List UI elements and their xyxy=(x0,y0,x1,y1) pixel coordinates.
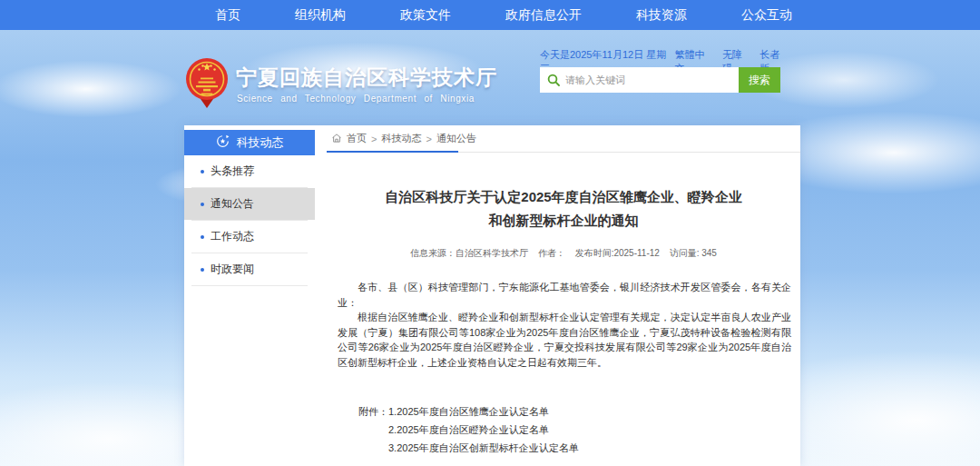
meta-publish-date: 发布时间:2025-11-12 xyxy=(575,248,660,258)
content-container: 科技动态 头条推荐 通知公告 工作动态 时政要闻 xyxy=(184,125,800,466)
breadcrumb-separator: > xyxy=(426,134,431,144)
page: 首页 组织机构 政策文件 政府信息公开 科技资源 公众互动 宁夏回族自治区科学技… xyxy=(0,0,980,466)
sidebar-item-label: 头条推荐 xyxy=(211,164,254,179)
search-input[interactable] xyxy=(540,67,739,93)
meta-author: 作者： xyxy=(538,248,565,258)
nav-item-gov-info-disclosure[interactable]: 政府信息公开 xyxy=(505,7,582,24)
sidebar-item-label: 时政要闻 xyxy=(211,262,254,277)
nav-item-home[interactable]: 首页 xyxy=(215,7,240,24)
nav-item-public-interaction[interactable]: 公众互动 xyxy=(741,7,792,24)
site-title: 宁夏回族自治区科学技术厅 xyxy=(236,64,497,92)
attachments-block: 附件： 1.2025年度自治区雏鹰企业认定名单 2.2025年度自治区瞪羚企业认… xyxy=(327,402,800,457)
sidebar-item-work-news[interactable]: 工作动态 xyxy=(184,221,315,253)
meta-source: 信息来源：自治区科学技术厅 xyxy=(410,248,528,258)
search-icon xyxy=(547,74,560,90)
breadcrumb-home[interactable]: 首页 xyxy=(347,132,367,145)
attachment-item-2[interactable]: 2.2025年度自治区瞪羚企业认定名单 xyxy=(388,421,579,439)
search-bar: 搜索 xyxy=(540,67,780,93)
circular-arrow-star-icon xyxy=(216,134,230,151)
site-subtitle: Science and Technology Department of Nin… xyxy=(237,94,475,104)
home-icon xyxy=(331,133,342,145)
meta-visits: 访问量: 345 xyxy=(670,248,717,258)
attachments-list: 1.2025年度自治区雏鹰企业认定名单 2.2025年度自治区瞪羚企业认定名单 … xyxy=(388,402,579,457)
breadcrumb-category[interactable]: 科技动态 xyxy=(381,132,421,145)
nav-item-organization[interactable]: 组织机构 xyxy=(295,7,346,24)
sidebar-item-label: 工作动态 xyxy=(211,229,254,244)
nav-item-sci-tech-resources[interactable]: 科技资源 xyxy=(636,7,687,24)
sidebar-header: 科技动态 xyxy=(184,130,315,155)
bullet-icon xyxy=(201,170,204,174)
sidebar-title: 科技动态 xyxy=(237,134,284,151)
breadcrumb-current: 通知公告 xyxy=(436,132,476,145)
sidebar-item-headlines[interactable]: 头条推荐 xyxy=(184,155,315,187)
sidebar-item-notices[interactable]: 通知公告 xyxy=(184,188,315,220)
attachment-item-3[interactable]: 3.2025年度自治区创新型标杆企业认定名单 xyxy=(388,439,579,457)
attachment-item-1[interactable]: 1.2025年度自治区雏鹰企业认定名单 xyxy=(388,402,579,421)
bullet-icon xyxy=(201,268,204,272)
divider xyxy=(191,285,308,286)
search-box xyxy=(540,67,739,93)
attachments-label: 附件： xyxy=(358,402,388,457)
top-nav: 首页 组织机构 政策文件 政府信息公开 科技资源 公众互动 xyxy=(0,0,980,30)
search-button[interactable]: 搜索 xyxy=(739,67,780,93)
article-paragraph: 各市、县（区）科技管理部门，宁东能源化工基地管委会，银川经济技术开发区管委会，各… xyxy=(338,280,791,310)
breadcrumb-separator: > xyxy=(371,134,377,144)
article-title: 自治区科技厅关于认定2025年度自治区雏鹰企业、瞪羚企业 和创新型标杆企业的通知 xyxy=(327,185,800,233)
bullet-icon xyxy=(201,203,204,206)
bullet-icon xyxy=(201,235,204,239)
sidebar-item-current-politics[interactable]: 时政要闻 xyxy=(184,253,315,285)
article-body: 各市、县（区）科技管理部门，宁东能源化工基地管委会，银川经济技术开发区管委会，各… xyxy=(327,280,800,370)
article-meta: 信息来源：自治区科学技术厅 作者： 发布时间:2025-11-12 访问量: 3… xyxy=(327,247,800,260)
article-title-line1: 自治区科技厅关于认定2025年度自治区雏鹰企业、瞪羚企业 xyxy=(354,185,773,209)
article-title-line2: 和创新型标杆企业的通知 xyxy=(354,209,773,233)
main-content: 首页 > 科技动态 > 通知公告 自治区科技厅关于认定2025年度自治区雏鹰企业… xyxy=(327,125,800,457)
sidebar: 科技动态 头条推荐 通知公告 工作动态 时政要闻 xyxy=(184,130,315,286)
nav-item-policy-documents[interactable]: 政策文件 xyxy=(400,7,451,24)
article-paragraph: 根据自治区雏鹰企业、瞪羚企业和创新型标杆企业认定管理有关规定，决定认定半亩良人农… xyxy=(338,310,791,370)
breadcrumb: 首页 > 科技动态 > 通知公告 xyxy=(327,125,800,153)
sidebar-item-label: 通知公告 xyxy=(211,196,254,212)
china-national-emblem-icon xyxy=(184,55,230,112)
